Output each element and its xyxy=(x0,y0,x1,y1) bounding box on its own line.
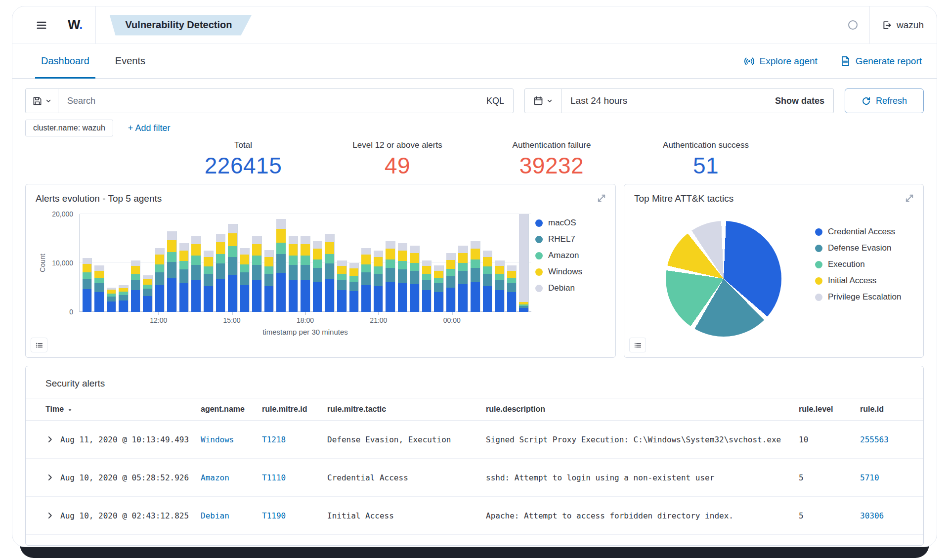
bar-18:30[interactable] xyxy=(313,214,323,312)
bar-00:00[interactable] xyxy=(446,214,456,312)
bar-14:30[interactable] xyxy=(216,214,226,312)
chevron-right-icon[interactable] xyxy=(45,435,54,444)
show-dates-button[interactable]: Show dates xyxy=(775,96,833,106)
bar-20:00[interactable] xyxy=(349,214,359,312)
column-header-rule-level[interactable]: rule.level xyxy=(799,405,860,414)
bar-23:30[interactable] xyxy=(434,214,444,312)
add-filter-button[interactable]: + Add filter xyxy=(128,123,171,133)
menu-icon[interactable] xyxy=(30,14,53,37)
bar-19:30[interactable] xyxy=(337,214,347,312)
column-header-time[interactable]: Time xyxy=(45,405,201,414)
bar-23:00[interactable] xyxy=(422,214,432,312)
bar-11:00[interactable] xyxy=(131,214,141,312)
legend-item-macos[interactable]: macOS xyxy=(535,218,606,228)
bar-21:00[interactable] xyxy=(374,214,384,312)
bar-21:30[interactable] xyxy=(386,214,395,312)
inspect-icon[interactable] xyxy=(629,338,646,352)
bar-11:30[interactable] xyxy=(143,214,153,312)
kql-button[interactable]: KQL xyxy=(477,96,513,106)
legend-item-credential-access[interactable]: Credential Access xyxy=(815,227,901,237)
bar-segment-macos xyxy=(471,282,480,312)
inspect-icon[interactable] xyxy=(31,338,47,352)
tab-events[interactable]: Events xyxy=(109,44,151,78)
bar-12:30[interactable] xyxy=(167,214,177,312)
bar-20:30[interactable] xyxy=(361,214,371,312)
table-row[interactable]: Aug 11, 2020 @ 10:13:49.493WindowsT1218D… xyxy=(26,421,923,459)
bar-segment-debian xyxy=(422,260,432,266)
bar-02:00[interactable] xyxy=(495,214,505,312)
bar-segment-amazon xyxy=(289,256,299,265)
bar-02:30[interactable] xyxy=(507,214,517,312)
cell-agent-name[interactable]: Debian xyxy=(201,511,262,520)
expand-icon[interactable] xyxy=(903,191,916,205)
breadcrumb[interactable]: Vulnerability Detection xyxy=(110,15,252,36)
bar-03:00[interactable] xyxy=(519,214,529,312)
date-picker-menu-button[interactable] xyxy=(525,89,561,113)
saved-query-menu-button[interactable] xyxy=(26,89,58,113)
bar-15:00[interactable] xyxy=(228,214,238,312)
bar-14:00[interactable] xyxy=(204,214,214,312)
bar-16:30[interactable] xyxy=(264,214,274,312)
bar-01:00[interactable] xyxy=(471,214,480,312)
table-row[interactable]: Aug 10, 2020 @ 02:43:12.825DebianT1190In… xyxy=(26,497,923,535)
legend-dot xyxy=(815,245,822,252)
cell-rule-id[interactable]: 30306 xyxy=(860,511,923,520)
legend-item-amazon[interactable]: Amazon xyxy=(535,251,606,260)
stat: Authentication failure 39232 xyxy=(474,140,629,179)
column-header-rule-id[interactable]: rule.id xyxy=(860,405,923,414)
bar-09:30[interactable] xyxy=(94,214,104,312)
explore-agent-button[interactable]: Explore agent xyxy=(744,56,818,67)
cell-rule-id[interactable]: 5710 xyxy=(860,473,923,482)
bar-10:30[interactable] xyxy=(119,214,129,312)
cell-agent-name[interactable]: Windows xyxy=(201,435,262,444)
bar-00:30[interactable] xyxy=(458,214,468,312)
bar-19:00[interactable] xyxy=(325,214,335,312)
bar-12:00[interactable] xyxy=(155,214,165,312)
legend-item-windows[interactable]: Windows xyxy=(535,267,606,277)
chevron-right-icon[interactable] xyxy=(45,511,54,520)
cell-rule-id[interactable]: 255563 xyxy=(860,435,923,444)
bar-09:00[interactable] xyxy=(83,214,92,312)
cell-mitre-id[interactable]: T1218 xyxy=(262,435,327,444)
cluster-selector[interactable]: wazuh xyxy=(882,20,924,31)
bar-16:00[interactable] xyxy=(252,214,262,312)
bar-22:00[interactable] xyxy=(398,214,408,312)
generate-report-button[interactable]: Generate report xyxy=(840,56,922,67)
legend-item-initial-access[interactable]: Initial Access xyxy=(815,276,901,286)
column-header-agent-name[interactable]: agent.name xyxy=(201,405,262,414)
wazuh-logo[interactable]: W. xyxy=(68,17,83,33)
bar-18:00[interactable] xyxy=(301,214,310,312)
bar-17:00[interactable] xyxy=(276,214,286,312)
bar-13:30[interactable] xyxy=(191,214,201,312)
bar-segment-rhel7 xyxy=(228,257,238,275)
legend-item-execution[interactable]: Execution xyxy=(815,259,901,269)
bar-segment-windows xyxy=(107,290,117,294)
bar-segment-rhel7 xyxy=(349,282,359,292)
column-header-rule-description[interactable]: rule.description xyxy=(486,405,799,414)
ring-icon[interactable] xyxy=(848,20,858,30)
legend-item-privilege-escalation[interactable]: Privilege Escalation xyxy=(815,292,901,302)
refresh-button[interactable]: Refresh xyxy=(845,88,924,113)
bar-22:30[interactable] xyxy=(410,214,420,312)
tab-dashboard[interactable]: Dashboard xyxy=(35,44,95,78)
legend-item-debian[interactable]: Debian xyxy=(535,283,606,293)
expand-icon[interactable] xyxy=(595,191,608,205)
legend-item-defense-evasion[interactable]: Defense Evasion xyxy=(815,243,901,253)
bar-01:30[interactable] xyxy=(483,214,493,312)
table-row[interactable]: Aug 10, 2020 @ 05:28:52.926AmazonT1110Cr… xyxy=(26,459,923,497)
column-header-rule-mitre-id[interactable]: rule.mitre.id xyxy=(262,405,327,414)
column-header-rule-mitre-tactic[interactable]: rule.mitre.tactic xyxy=(327,405,486,414)
filter-pill[interactable]: cluster.name: wazuh xyxy=(25,120,113,136)
cell-agent-name[interactable]: Amazon xyxy=(201,473,262,482)
search-input[interactable] xyxy=(58,89,477,113)
time-range-label[interactable]: Last 24 hours xyxy=(561,95,627,106)
bar-10:00[interactable] xyxy=(107,214,117,312)
mitre-pie[interactable] xyxy=(666,221,781,337)
cell-mitre-id[interactable]: T1110 xyxy=(262,473,327,482)
chevron-right-icon[interactable] xyxy=(45,473,54,482)
cell-mitre-id[interactable]: T1190 xyxy=(262,511,327,520)
bar-17:30[interactable] xyxy=(289,214,299,312)
bar-13:00[interactable] xyxy=(179,214,189,312)
legend-item-rhel7[interactable]: RHEL7 xyxy=(535,234,606,244)
bar-15:30[interactable] xyxy=(240,214,250,312)
